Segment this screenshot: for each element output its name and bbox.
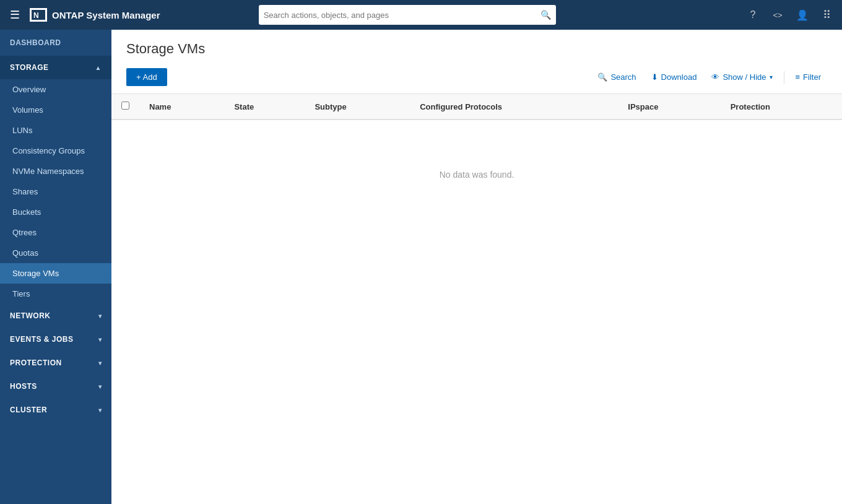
- sidebar-section-header-events-jobs[interactable]: EVENTS & JOBS ▾: [0, 328, 111, 351]
- column-header-state: State: [224, 94, 305, 119]
- sidebar-item-luns[interactable]: LUNs: [0, 120, 111, 141]
- hamburger-menu[interactable]: ☰: [7, 6, 22, 24]
- app-name: ONTAP System Manager: [52, 10, 160, 20]
- download-label: Download: [661, 72, 697, 82]
- sidebar-section-label-cluster: CLUSTER: [10, 406, 47, 414]
- empty-state-message: No data was found.: [440, 170, 514, 180]
- sidebar-chevron-hosts: ▾: [98, 383, 102, 390]
- sidebar-item-storage-vms[interactable]: Storage VMs: [0, 263, 111, 284]
- column-header-subtype: Subtype: [305, 94, 410, 119]
- download-icon: ⬇: [651, 72, 658, 82]
- column-header-configured-protocols: Configured Protocols: [410, 94, 618, 119]
- column-header-checkbox: [111, 94, 139, 119]
- filter-label: Filter: [803, 72, 821, 82]
- filter-icon: ≡: [796, 72, 801, 82]
- storage-vms-table: Name State Subtype Configured Protocols …: [111, 94, 842, 120]
- sidebar-section-header-cluster[interactable]: CLUSTER ▾: [0, 398, 111, 422]
- svg-text:N: N: [33, 11, 39, 20]
- apps-grid-icon[interactable]: ⠿: [820, 7, 835, 22]
- content-inner: Storage VMs + Add 🔍 Search ⬇ Download 👁: [111, 30, 842, 504]
- table-container: Name State Subtype Configured Protocols …: [111, 93, 842, 504]
- toolbar: + Add 🔍 Search ⬇ Download 👁 Show / Hide …: [111, 63, 842, 93]
- main-layout: DASHBOARD STORAGE ▲ Overview Volumes LUN…: [0, 30, 842, 504]
- sidebar-item-consistency-groups[interactable]: Consistency Groups: [0, 141, 111, 161]
- sidebar-section-cluster: CLUSTER ▾: [0, 398, 111, 422]
- eye-icon: 👁: [711, 72, 719, 82]
- search-button[interactable]: 🔍 Search: [591, 69, 642, 85]
- column-header-name: Name: [139, 94, 224, 119]
- sidebar-item-qtrees[interactable]: Qtrees: [0, 222, 111, 243]
- sidebar-chevron-protection: ▾: [98, 360, 102, 367]
- sidebar-section-protection: PROTECTION ▾: [0, 351, 111, 375]
- help-icon[interactable]: ?: [745, 7, 760, 22]
- sidebar-section-header-network[interactable]: NETWORK ▾: [0, 304, 111, 328]
- add-button[interactable]: + Add: [126, 68, 167, 86]
- sidebar: DASHBOARD STORAGE ▲ Overview Volumes LUN…: [0, 30, 111, 504]
- global-search-input[interactable]: [264, 11, 540, 20]
- column-header-protection: Protection: [721, 94, 842, 119]
- search-label: Search: [610, 72, 636, 82]
- sidebar-section-label-network: NETWORK: [10, 311, 51, 320]
- sidebar-chevron-network: ▾: [98, 313, 102, 319]
- page-title: Storage VMs: [111, 30, 842, 63]
- sidebar-section-hosts: HOSTS ▾: [0, 375, 111, 398]
- code-editor-icon[interactable]: <>: [770, 7, 785, 22]
- logo-icon: N: [30, 8, 47, 22]
- sidebar-item-overview[interactable]: Overview: [0, 79, 111, 100]
- sidebar-section-storage: STORAGE ▲ Overview Volumes LUNs Consiste…: [0, 56, 111, 304]
- user-profile-icon[interactable]: 👤: [795, 7, 810, 22]
- toolbar-right: 🔍 Search ⬇ Download 👁 Show / Hide ▾ ≡: [591, 69, 827, 85]
- sidebar-section-label-protection: PROTECTION: [10, 358, 62, 367]
- sidebar-chevron-storage: ▲: [95, 64, 102, 71]
- app-logo: N ONTAP System Manager: [30, 8, 160, 22]
- sidebar-storage-items: Overview Volumes LUNs Consistency Groups…: [0, 79, 111, 304]
- select-all-checkbox[interactable]: [121, 102, 129, 110]
- download-button[interactable]: ⬇ Download: [645, 69, 703, 85]
- show-hide-button[interactable]: 👁 Show / Hide ▾: [705, 69, 778, 85]
- sidebar-item-buckets[interactable]: Buckets: [0, 202, 111, 222]
- sidebar-chevron-cluster: ▾: [98, 407, 102, 414]
- sidebar-item-volumes[interactable]: Volumes: [0, 100, 111, 120]
- sidebar-section-network: NETWORK ▾: [0, 304, 111, 328]
- main-content: Storage VMs + Add 🔍 Search ⬇ Download 👁: [111, 30, 842, 504]
- global-search-bar[interactable]: 🔍: [259, 5, 556, 25]
- show-hide-label: Show / Hide: [723, 72, 766, 82]
- search-icon: 🔍: [540, 10, 551, 20]
- top-navigation: ☰ N ONTAP System Manager 🔍 ? <> 👤 ⠿: [0, 0, 842, 30]
- sidebar-item-tiers[interactable]: Tiers: [0, 284, 111, 304]
- sidebar-section-header-hosts[interactable]: HOSTS ▾: [0, 375, 111, 398]
- filter-button[interactable]: ≡ Filter: [789, 69, 827, 85]
- sidebar-section-header-storage[interactable]: STORAGE ▲: [0, 56, 111, 79]
- table-header-row: Name State Subtype Configured Protocols …: [111, 94, 842, 119]
- empty-state: No data was found.: [111, 120, 842, 229]
- sidebar-section-events-jobs: EVENTS & JOBS ▾: [0, 328, 111, 351]
- toolbar-divider: [784, 71, 784, 84]
- sidebar-section-label-hosts: HOSTS: [10, 382, 37, 391]
- sidebar-item-nvme-namespaces[interactable]: NVMe Namespaces: [0, 161, 111, 181]
- sidebar-section-header-protection[interactable]: PROTECTION ▾: [0, 351, 111, 375]
- sidebar-chevron-events-jobs: ▾: [98, 336, 102, 343]
- sidebar-section-label-events-jobs: EVENTS & JOBS: [10, 335, 74, 344]
- column-header-ipspace: IPspace: [618, 94, 720, 119]
- search-toolbar-icon: 🔍: [597, 72, 607, 82]
- show-hide-chevron-icon: ▾: [770, 74, 773, 80]
- topnav-right-icons: ? <> 👤 ⠿: [745, 7, 835, 22]
- sidebar-section-label-storage: STORAGE: [10, 63, 49, 72]
- sidebar-item-dashboard[interactable]: DASHBOARD: [0, 30, 111, 56]
- sidebar-item-quotas[interactable]: Quotas: [0, 243, 111, 263]
- sidebar-item-shares[interactable]: Shares: [0, 181, 111, 202]
